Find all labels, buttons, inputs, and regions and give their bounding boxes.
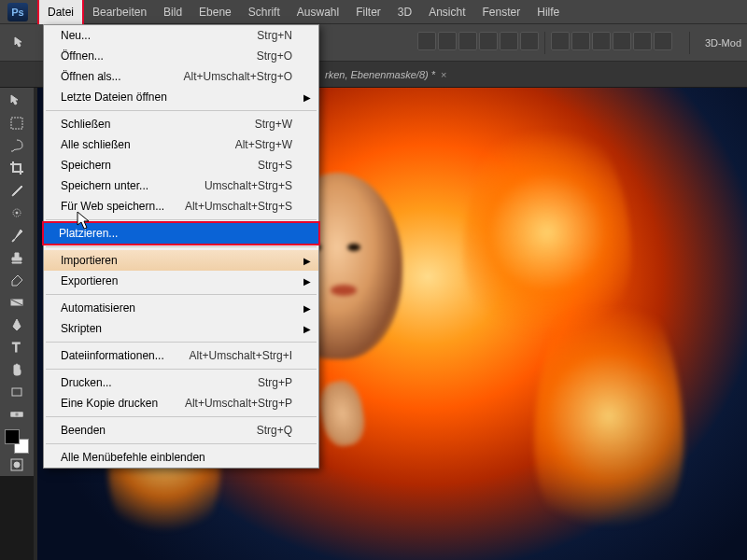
menu-separator — [46, 443, 317, 444]
menu-item-label: Alle schließen — [61, 138, 131, 151]
menu-item-skripten[interactable]: Skripten▶ — [44, 318, 318, 339]
menu-item-exportieren[interactable]: Exportieren▶ — [44, 271, 318, 291]
menu-item-shortcut: Strg+S — [258, 159, 292, 172]
menu-schrift[interactable]: Schrift — [240, 0, 289, 24]
menu-item-drucken[interactable]: Drucken...Strg+P — [44, 372, 318, 393]
menu-item-shortcut: Umschalt+Strg+S — [204, 179, 292, 192]
menu-bild[interactable]: Bild — [155, 0, 190, 24]
menu-item-shortcut: Alt+Umschalt+Strg+O — [184, 70, 292, 83]
quickmask-tool[interactable] — [4, 454, 30, 476]
menu-item-label: Öffnen als... — [61, 70, 120, 83]
svg-rect-7 — [11, 413, 15, 416]
distribute-5-icon[interactable] — [633, 32, 652, 50]
menu-item-beenden[interactable]: BeendenStrg+Q — [44, 420, 318, 441]
svg-point-11 — [14, 462, 20, 468]
svg-rect-0 — [11, 118, 22, 129]
gradient-tool[interactable] — [4, 291, 30, 314]
menu-item-label: Schließen — [61, 118, 110, 131]
menu-hilfe[interactable]: Hilfe — [529, 0, 568, 24]
align-center-v-icon[interactable] — [500, 32, 518, 50]
menu-separator — [46, 416, 317, 417]
menu-item-automatisieren[interactable]: Automatisieren▶ — [44, 298, 318, 318]
document-tab-title: rken, Ebenenmaske/8) * — [325, 69, 435, 80]
align-bottom-icon[interactable] — [520, 32, 539, 50]
menu-item-f-r-web-speichern[interactable]: Für Web speichern...Alt+Umschalt+Strg+S — [44, 196, 318, 217]
menu-filter[interactable]: Filter — [347, 0, 389, 24]
menu-item-label: Für Web speichern... — [61, 200, 164, 213]
align-left-icon[interactable] — [417, 32, 436, 50]
menu-3d[interactable]: 3D — [389, 0, 420, 24]
menu-item-eine-kopie-drucken[interactable]: Eine Kopie druckenAlt+Umschalt+Strg+P — [44, 393, 318, 413]
heal-tool[interactable] — [4, 202, 30, 224]
eyedropper-tool[interactable] — [4, 179, 30, 202]
menu-item-label: Alle Menübefehle einblenden — [61, 451, 205, 464]
mode-3d-label[interactable]: 3D-Mod — [699, 37, 747, 49]
menu-separator — [46, 342, 317, 343]
menu-separator — [46, 110, 317, 111]
menu-ebene[interactable]: Ebene — [190, 0, 240, 24]
menu-auswahl[interactable]: Auswahl — [289, 0, 347, 24]
menu-item-platzieren[interactable]: Platzieren... — [42, 221, 320, 245]
menu-separator — [46, 219, 317, 220]
align-right-icon[interactable] — [458, 32, 477, 50]
menu-item-alle-schlie-en[interactable]: Alle schließenAlt+Strg+W — [44, 134, 318, 155]
distribute-2-icon[interactable] — [571, 32, 590, 50]
text-tool[interactable]: T — [4, 336, 30, 358]
distribute-1-icon[interactable] — [551, 32, 570, 50]
submenu-arrow-icon: ▶ — [303, 256, 311, 266]
menu-item-label: Importieren — [61, 254, 118, 267]
submenu-arrow-icon: ▶ — [303, 324, 311, 334]
brush-tool[interactable] — [4, 224, 30, 246]
menu-item-shortcut: Strg+Q — [257, 424, 292, 437]
menu-item-label: Exportieren — [61, 274, 118, 287]
menu-item-neu[interactable]: Neu...Strg+N — [44, 25, 318, 46]
menu-item-shortcut: Alt+Umschalt+Strg+P — [185, 397, 292, 410]
menu-ansicht[interactable]: Ansicht — [420, 0, 473, 24]
menu-item-ffnen[interactable]: Öffnen...Strg+O — [44, 46, 318, 66]
menu-item-ffnen-als[interactable]: Öffnen als...Alt+Umschalt+Strg+O — [44, 66, 318, 87]
menu-item-label: Speichern unter... — [61, 179, 148, 192]
submenu-arrow-icon: ▶ — [303, 303, 311, 314]
app-icon[interactable]: Ps — [7, 3, 28, 21]
menu-item-dateiinformationen[interactable]: Dateiinformationen...Alt+Umschalt+Strg+I — [44, 345, 318, 366]
eraser-tool[interactable] — [4, 269, 30, 291]
menubar: DateiBearbeitenBildEbeneSchriftAuswahlFi… — [0, 0, 747, 24]
menu-item-label: Beenden — [61, 424, 106, 437]
menu-item-alle-men-befehle-einblenden[interactable]: Alle Menübefehle einblenden — [44, 447, 318, 468]
move-tool[interactable] — [4, 90, 30, 112]
menu-item-label: Dateiinformationen... — [61, 349, 164, 362]
align-buttons-group — [417, 32, 672, 54]
menu-item-speichern[interactable]: SpeichernStrg+S — [44, 155, 318, 175]
svg-point-2 — [16, 212, 18, 214]
menu-item-label: Öffnen... — [61, 49, 104, 63]
marquee-tool[interactable] — [4, 112, 30, 134]
lasso-tool[interactable] — [4, 134, 30, 157]
align-center-h-icon[interactable] — [438, 32, 457, 50]
menu-item-label: Letzte Dateien öffnen — [61, 91, 167, 104]
menu-item-shortcut: Alt+Strg+W — [235, 138, 292, 151]
menu-item-importieren[interactable]: Importieren▶ — [44, 250, 318, 271]
menu-item-letzte-dateien-ffnen[interactable]: Letzte Dateien öffnen▶ — [44, 87, 318, 107]
align-top-icon[interactable] — [479, 32, 498, 50]
menu-item-label: Speichern — [61, 159, 111, 172]
distribute-3-icon[interactable] — [592, 32, 611, 50]
distribute-6-icon[interactable] — [654, 32, 672, 50]
menu-bearbeiten[interactable]: Bearbeiten — [84, 0, 155, 24]
svg-text:T: T — [12, 340, 21, 355]
zoom-tool[interactable] — [4, 403, 30, 426]
menu-item-schlie-en[interactable]: SchließenStrg+W — [44, 114, 318, 134]
menu-item-speichern-unter[interactable]: Speichern unter...Umschalt+Strg+S — [44, 175, 318, 196]
svg-rect-8 — [19, 413, 22, 416]
rect-tool[interactable] — [4, 381, 30, 403]
menu-fenster[interactable]: Fenster — [474, 0, 529, 24]
document-tab[interactable]: rken, Ebenenmaske/8) * × — [317, 69, 454, 80]
pen-tool[interactable] — [4, 314, 30, 336]
hand-tool[interactable] — [4, 358, 30, 381]
distribute-4-icon[interactable] — [613, 32, 631, 50]
close-tab-icon[interactable]: × — [441, 69, 446, 80]
menu-separator — [46, 246, 317, 247]
crop-tool[interactable] — [4, 157, 30, 179]
color-swatches[interactable] — [5, 429, 29, 454]
stamp-tool[interactable] — [4, 246, 30, 269]
menu-datei[interactable]: Datei — [37, 0, 84, 24]
